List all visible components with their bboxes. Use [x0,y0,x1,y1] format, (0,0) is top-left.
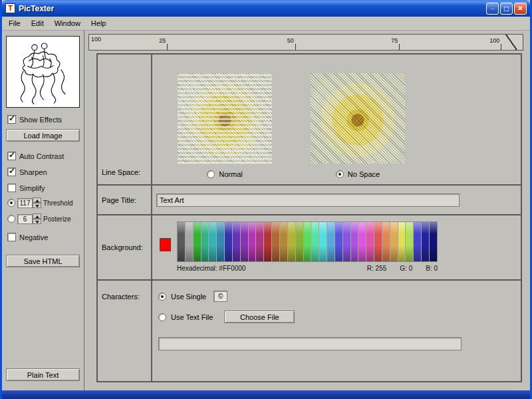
line-space-label: Line Space: [98,55,152,184]
background-row: Background: Hexadecimal: #FF0000 R: 255 … [98,215,521,281]
palette-color[interactable] [304,222,311,261]
menu-edit[interactable]: Edit [31,19,44,27]
negative-checkbox[interactable] [7,233,16,241]
palette-color[interactable] [319,222,327,261]
use-single-radio[interactable] [158,293,166,301]
palette-color[interactable] [335,222,342,261]
plain-text-button[interactable]: Plain Text [6,368,80,381]
palette-color[interactable] [288,222,295,261]
palette-color[interactable] [217,222,224,261]
green-value-label: G: 0 [400,265,412,272]
ruler-mark-label: 25 [159,37,167,44]
palette-color[interactable] [351,222,358,261]
palette-color[interactable] [382,222,390,261]
ruler-tick [295,44,296,50]
negative-label: Negative [19,233,48,241]
page-title-label: Page Title: [98,186,152,214]
title-bar[interactable]: T PicTexter [2,0,530,17]
palette-color[interactable] [327,222,334,261]
threshold-label: Threshold [43,200,72,207]
ruler-handle[interactable] [501,35,521,50]
palette-color[interactable] [225,222,232,261]
posterize-down-button[interactable] [33,219,41,224]
palette-color[interactable] [272,222,279,261]
threshold-down-button[interactable] [33,203,41,208]
line-space-nospace-radio[interactable] [336,170,344,178]
menu-file[interactable]: File [9,19,21,27]
characters-label: Characters: [98,281,152,381]
ruler-tick [167,44,168,50]
auto-contrast-label: Auto Contrast [19,152,64,160]
characters-row: Characters: Use Single Use Text File Cho… [98,281,521,381]
line-space-nospace-label: No Space [348,170,380,178]
window-bottom-border [2,390,530,399]
posterize-radio[interactable] [7,215,15,223]
text-file-path-input[interactable] [158,337,462,350]
palette-color[interactable] [249,222,256,261]
color-palette[interactable] [177,221,438,262]
palette-color[interactable] [256,222,263,261]
palette-color[interactable] [296,222,303,261]
palette-color[interactable] [430,222,437,261]
posterize-value[interactable]: 6 [17,214,33,224]
palette-color[interactable] [358,222,366,261]
palette-color[interactable] [264,222,271,261]
line-space-normal-radio[interactable] [207,170,215,178]
auto-contrast-checkbox[interactable] [7,152,16,160]
sharpen-checkbox[interactable] [7,168,16,176]
palette-color[interactable] [414,222,421,261]
posterize-up-button[interactable] [33,213,41,219]
use-text-file-radio[interactable] [158,313,166,321]
app-window: T PicTexter File Edit Window Help [0,0,532,399]
palette-color[interactable] [280,222,287,261]
palette-color[interactable] [178,222,185,261]
palette-color[interactable] [422,222,429,261]
menu-help[interactable]: Help [91,19,106,27]
show-effects-label: Show Effects [19,116,62,124]
close-button[interactable] [514,3,527,15]
save-html-button[interactable]: Save HTML [6,255,80,267]
use-text-file-label: Use Text File [171,313,213,321]
ruler[interactable]: 100 255075100 [88,34,523,51]
hex-value-label: Hexadecimal: #FF0000 [177,265,245,272]
menu-bar: File Edit Window Help [2,17,530,31]
show-effects-checkbox[interactable] [7,115,16,124]
source-image-preview [6,36,80,108]
palette-color[interactable] [398,222,406,261]
palette-color[interactable] [311,222,319,261]
palette-color[interactable] [201,222,209,261]
choose-file-button[interactable]: Choose File [224,311,295,323]
ruler-mark-label: 75 [391,37,399,44]
threshold-radio[interactable] [7,199,15,207]
palette-color[interactable] [209,222,216,261]
threshold-up-button[interactable] [33,198,41,203]
simplify-checkbox[interactable] [7,184,16,192]
background-label: Background: [98,215,152,279]
sketch-drawing [7,37,79,107]
ruler-tick [399,44,400,50]
blue-value-label: B: 0 [426,265,438,272]
palette-color[interactable] [241,222,248,261]
page-title-row: Page Title: [98,186,521,215]
background-color-swatch [160,238,171,251]
ruler-tick [501,44,501,50]
menu-window[interactable]: Window [55,19,80,27]
palette-color[interactable] [343,222,350,261]
settings-panel: Line Space: Normal [96,53,522,382]
minimize-button[interactable] [486,3,499,15]
load-image-button[interactable]: Load Image [6,129,80,142]
palette-color[interactable] [390,222,398,261]
palette-color[interactable] [233,222,240,261]
page-title-input[interactable] [156,194,460,207]
palette-color[interactable] [374,222,382,261]
red-value-label: R: 255 [367,265,386,272]
palette-color[interactable] [194,222,201,261]
palette-color[interactable] [406,222,413,261]
palette-color[interactable] [186,222,193,261]
sidebar: Show Effects Load Image Auto Contrast Sh… [2,31,84,390]
maximize-button[interactable] [500,3,513,15]
threshold-value[interactable]: 117 [17,198,33,208]
palette-color[interactable] [366,222,374,261]
single-char-input[interactable] [213,291,227,302]
line-space-row: Line Space: Normal [98,55,521,186]
